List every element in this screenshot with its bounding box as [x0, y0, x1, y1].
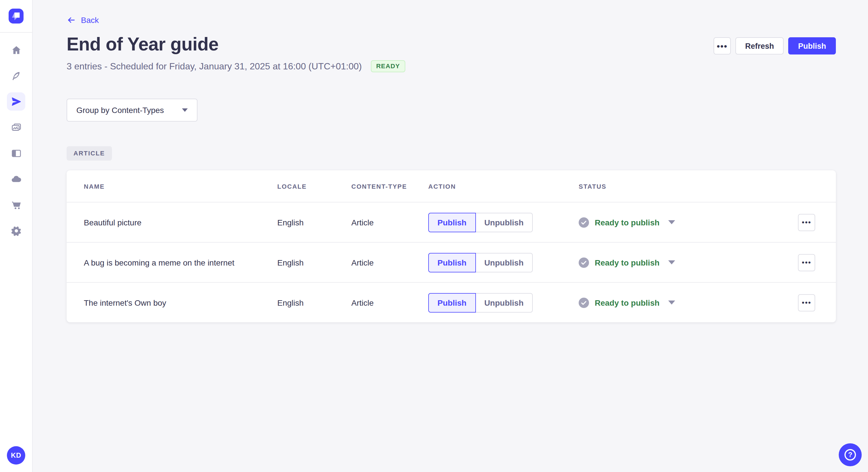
- sidebar-item-content-manager[interactable]: [7, 67, 25, 85]
- page-header: End of Year guide 3 entries - Scheduled …: [67, 34, 836, 72]
- ellipsis-icon: •••: [717, 41, 727, 51]
- sidebar-nav: [7, 33, 25, 240]
- entry-action-toggle: Publish Unpublish: [428, 212, 579, 232]
- entry-name: A bug is becoming a meme on the internet: [84, 258, 277, 267]
- releases-paper-plane-icon: [11, 96, 22, 107]
- group-by-select[interactable]: Group by Content-Types: [67, 99, 197, 122]
- page-title: End of Year guide: [67, 34, 405, 55]
- entry-status-label: Ready to publish: [595, 258, 660, 267]
- column-header-locale: LOCALE: [277, 183, 351, 190]
- publish-toggle-button[interactable]: Publish: [428, 212, 476, 232]
- entry-locale: English: [277, 258, 351, 267]
- table-row: The internet's Own boy English Article P…: [67, 282, 836, 322]
- entry-action-toggle: Publish Unpublish: [428, 293, 579, 312]
- unpublish-toggle-button[interactable]: Unpublish: [476, 293, 533, 312]
- entry-status-dropdown[interactable]: Ready to publish: [579, 297, 798, 308]
- marketplace-cart-icon: [11, 199, 22, 210]
- back-link[interactable]: Back: [67, 15, 99, 25]
- unpublish-toggle-button[interactable]: Unpublish: [476, 212, 533, 232]
- column-header-name: NAME: [84, 183, 277, 190]
- entry-status-dropdown[interactable]: Ready to publish: [579, 217, 798, 227]
- content-manager-feather-icon: [11, 70, 22, 81]
- ellipsis-icon: •••: [802, 218, 811, 227]
- check-circle-icon: [579, 257, 589, 268]
- strapi-admin-app: KD Back End of Year guide 3 entries - Sc…: [0, 0, 868, 472]
- chevron-down-icon: [182, 108, 188, 112]
- row-more-options-button[interactable]: •••: [798, 294, 815, 311]
- home-icon: [11, 44, 22, 55]
- header-actions: ••• Refresh Publish: [714, 37, 836, 55]
- help-button[interactable]: ?: [839, 443, 862, 466]
- sidebar-item-releases[interactable]: [7, 92, 25, 111]
- cloud-icon: [11, 173, 22, 184]
- publish-toggle-button[interactable]: Publish: [428, 293, 476, 312]
- column-header-status: STATUS: [579, 183, 798, 190]
- column-header-content-type: CONTENT-TYPE: [351, 183, 428, 190]
- sidebar-item-cloud[interactable]: [7, 170, 25, 188]
- title-block: End of Year guide 3 entries - Scheduled …: [67, 34, 405, 72]
- chevron-down-icon: [668, 260, 675, 264]
- release-schedule-subtitle: 3 entries - Scheduled for Friday, Januar…: [67, 61, 362, 71]
- row-more-options-button[interactable]: •••: [798, 254, 815, 271]
- entry-content-type: Article: [351, 258, 428, 267]
- publish-toggle-button[interactable]: Publish: [428, 252, 476, 272]
- group-by-label: Group by Content-Types: [76, 105, 164, 115]
- sidebar-item-settings[interactable]: [7, 222, 25, 240]
- sidebar-logo-section: [0, 0, 32, 33]
- table-row: A bug is becoming a meme on the internet…: [67, 242, 836, 282]
- table-row: Beautiful picture English Article Publis…: [67, 202, 836, 242]
- strapi-logo-button[interactable]: [9, 9, 24, 24]
- entry-content-type: Article: [351, 217, 428, 227]
- refresh-button[interactable]: Refresh: [735, 37, 784, 55]
- sidebar-item-media-library[interactable]: [7, 118, 25, 136]
- back-arrow-icon: [67, 15, 76, 25]
- entry-action-toggle: Publish Unpublish: [428, 252, 579, 272]
- more-options-button[interactable]: •••: [714, 37, 731, 55]
- entry-locale: English: [277, 298, 351, 307]
- check-circle-icon: [579, 297, 589, 308]
- sidebar-item-content-type-builder[interactable]: [7, 144, 25, 162]
- table-header-row: NAME LOCALE CONTENT-TYPE ACTION STATUS: [67, 170, 836, 202]
- entry-status-label: Ready to publish: [595, 298, 660, 307]
- entry-name: The internet's Own boy: [84, 298, 277, 307]
- entry-locale: English: [277, 217, 351, 227]
- entry-name: Beautiful picture: [84, 217, 277, 227]
- back-label: Back: [81, 15, 99, 25]
- entry-content-type: Article: [351, 298, 428, 307]
- subtitle-row: 3 entries - Scheduled for Friday, Januar…: [67, 60, 405, 72]
- column-header-action: ACTION: [428, 183, 579, 190]
- content-type-builder-layout-icon: [11, 148, 22, 159]
- row-more-options-button[interactable]: •••: [798, 214, 815, 231]
- settings-gear-icon: [11, 225, 22, 236]
- entries-table-card: NAME LOCALE CONTENT-TYPE ACTION STATUS B…: [67, 170, 836, 322]
- media-library-images-icon: [11, 122, 22, 133]
- sidebar-item-home[interactable]: [7, 41, 25, 59]
- chevron-down-icon: [668, 301, 675, 305]
- entry-status-label: Ready to publish: [595, 217, 660, 227]
- question-mark-icon: ?: [844, 449, 856, 461]
- ellipsis-icon: •••: [802, 298, 811, 307]
- sidebar: KD: [0, 0, 33, 472]
- entry-status-dropdown[interactable]: Ready to publish: [579, 257, 798, 268]
- check-circle-icon: [579, 217, 589, 227]
- strapi-logo-icon: [9, 9, 24, 24]
- publish-release-button[interactable]: Publish: [788, 37, 836, 55]
- main-content: Back End of Year guide 3 entries - Sched…: [33, 0, 868, 472]
- user-avatar[interactable]: KD: [7, 446, 25, 465]
- unpublish-toggle-button[interactable]: Unpublish: [476, 252, 533, 272]
- sidebar-item-marketplace[interactable]: [7, 196, 25, 214]
- group-section: ARTICLE: [67, 122, 836, 161]
- ellipsis-icon: •••: [802, 258, 811, 267]
- content-type-group-badge: ARTICLE: [67, 146, 112, 161]
- chevron-down-icon: [668, 220, 675, 224]
- release-status-badge: READY: [371, 60, 405, 72]
